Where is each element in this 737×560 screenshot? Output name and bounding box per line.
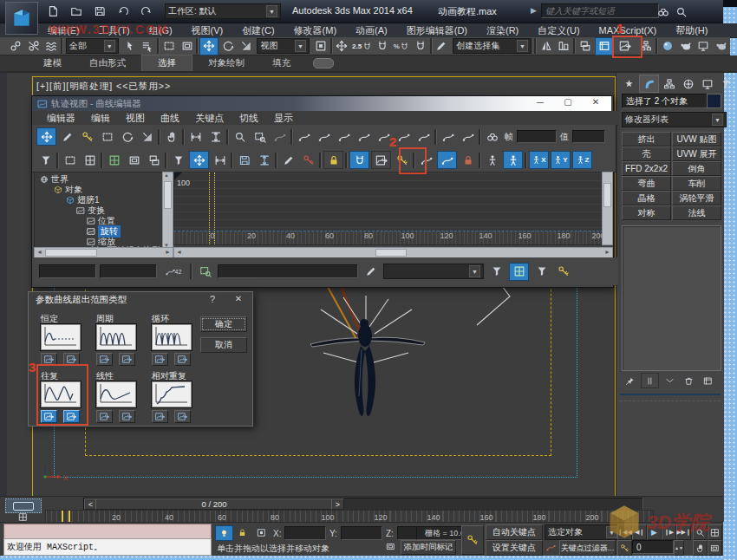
tv-menu-show[interactable]: 显示 [266,112,301,125]
option-relative-repeat-out-button[interactable] [174,410,191,423]
tv-zoom-button[interactable] [231,128,249,145]
scroll-right-icon[interactable]: ► [165,249,171,255]
edit-named-sets-button[interactable] [434,38,451,55]
option-cycle-in-button[interactable] [96,353,113,366]
tab-motion[interactable] [679,75,697,92]
tv-menu-edit[interactable]: 编辑 [83,112,118,125]
tv-filter-anim-button[interactable] [532,264,551,280]
tangent-fast-button[interactable] [335,128,353,145]
dialog-title-bar[interactable]: 参数曲线超出范围类型 ? ✕ [29,292,251,308]
scroll-up-icon[interactable]: ▲ [164,173,169,178]
menu-graph-editors[interactable]: 图形编辑器(D) [397,24,477,37]
biped-x-button[interactable]: X [529,151,549,169]
track-view-hierarchy-tree[interactable]: 世界 对象 翅膀1 变换 位置 旋转 缩放 对象 (可编辑多边形 [34,172,164,249]
tv-slide-keys-button[interactable] [211,152,229,168]
chevron-down-icon[interactable]: ▼ [469,265,480,277]
object-name-field[interactable]: 选择了 2 个对象 [622,94,708,108]
key-filters-curve-icon[interactable] [545,540,558,554]
zoom-extents-button[interactable] [708,524,722,540]
option-cycle-thumb[interactable] [95,323,137,351]
modifier-button-normal[interactable]: 法线 [672,205,721,220]
infocenter-binoculars-icon[interactable] [654,3,672,20]
tv-add-keys-button[interactable] [78,128,96,145]
go-to-start-button[interactable]: ❙◀◀ [617,524,632,540]
selection-lock-button[interactable] [234,525,251,539]
modifier-button-turbosmooth[interactable]: 涡轮平滑 [672,191,721,205]
insect-model[interactable] [260,273,520,446]
named-sets-dropdown[interactable]: 创建选择集 ▼ [453,38,532,54]
option-constant-thumb[interactable] [40,323,82,351]
tangent-linear-button[interactable] [395,128,413,145]
value-field[interactable] [572,130,605,143]
scroll-left-icon[interactable]: ◄ [36,249,42,255]
minimize-button[interactable]: ─ [528,97,552,110]
biped-move-button[interactable] [483,152,501,168]
isolate-selection-button[interactable] [215,525,233,541]
configure-modifier-sets-button[interactable] [700,374,716,387]
option-loop-out-button[interactable] [174,353,191,366]
infocenter-magnifier-icon[interactable] [672,3,690,20]
spinner-snap-button[interactable] [412,38,429,55]
modifier-button-shell[interactable]: 壳 [622,147,671,161]
layout-tab-button[interactable] [5,498,42,513]
go-to-end-button[interactable]: ▶▶❙ [676,524,691,540]
tv-menu-editor[interactable]: 编辑器 [39,112,83,125]
tv-key-stretch-button[interactable] [255,152,273,168]
angle-snap-button[interactable] [374,38,391,55]
previous-frame-button[interactable]: ◀❙ [632,524,647,540]
ribbon-tab-object-paint[interactable]: 对象绘制 [196,55,257,71]
tv-snap-frames-button[interactable] [81,152,99,168]
chevron-down-icon[interactable]: ▼ [266,5,277,17]
tv-region-keys-button[interactable] [98,128,116,145]
tv-paste-keys-button[interactable] [145,152,163,168]
tangent-spline-button[interactable] [315,128,333,145]
use-pivot-center-button[interactable] [312,38,329,55]
select-object-button[interactable] [121,38,139,55]
tv-zoom-region-button[interactable] [251,128,269,145]
tv-lock-tangent-toggle-button[interactable] [459,152,477,168]
tangent-auto-button[interactable] [295,128,313,145]
frame-field[interactable] [517,130,557,143]
y-coord-field[interactable] [341,526,382,540]
chevron-down-icon[interactable]: ▼ [606,526,617,538]
reference-coordsys-dropdown[interactable]: 视图 ▼ [257,38,310,54]
tv-filter-keys-button[interactable] [554,264,572,280]
open-file-button[interactable] [67,3,85,20]
track-view-time-ruler[interactable]: 0 20 40 60 80 100 120 140 160 180 200 [173,231,603,245]
menu-create[interactable]: 创建(C) [232,24,284,37]
track-view-title-bar[interactable]: 轨迹视图 - 曲线编辑器 ─ ▢ ✕ [32,96,611,111]
tv-lock-tangents-button[interactable] [323,151,343,169]
pin-stack-button[interactable] [622,374,638,387]
tv-filter-grid-button[interactable] [509,263,529,281]
select-manipulate-button[interactable] [334,38,351,55]
option-loop-thumb[interactable] [151,323,192,351]
add-time-tag-button[interactable]: 添加时间标记 [401,540,456,555]
next-frame-button[interactable]: ❙▶ [662,524,676,540]
param-out-of-range-button[interactable] [371,151,391,169]
tv-show-tangents-button[interactable] [437,151,457,169]
option-cycle-out-button[interactable] [119,353,135,366]
bind-spacewarp-button[interactable] [42,38,60,55]
time-slider-next-button[interactable]: > [331,498,344,510]
select-move-button[interactable] [199,37,218,55]
chevron-down-icon[interactable]: ▼ [712,114,723,126]
option-linear-in-button[interactable] [96,410,113,423]
remove-modifier-button[interactable] [681,374,697,387]
trackbar-current-frame-marker[interactable] [62,511,70,523]
tab-modify[interactable] [639,75,659,93]
menu-help[interactable]: 帮助(H) [666,24,717,37]
selection-filter-dropdown[interactable]: 全部 ▼ [66,38,119,54]
pan-button[interactable] [693,540,708,556]
tv-insert-keys-button[interactable] [105,152,123,168]
current-frame-field[interactable]: 0 [632,540,674,554]
percent-snap-button[interactable]: % [391,38,411,55]
modifier-button-lathe[interactable]: 车削 [672,176,721,191]
tv-filters-button[interactable] [36,152,55,168]
dialog-help-button[interactable]: ? [205,294,219,304]
auto-key-button[interactable]: 自动关键点 [486,524,543,540]
ribbon-tab-modeling[interactable]: 建模 [31,55,74,71]
menu-tools[interactable]: 工具(T) [89,24,140,37]
tab-hierarchy[interactable] [660,75,678,92]
tv-track-set-dropdown[interactable]: ▼ [383,264,484,279]
tv-pan-button[interactable] [162,128,180,145]
